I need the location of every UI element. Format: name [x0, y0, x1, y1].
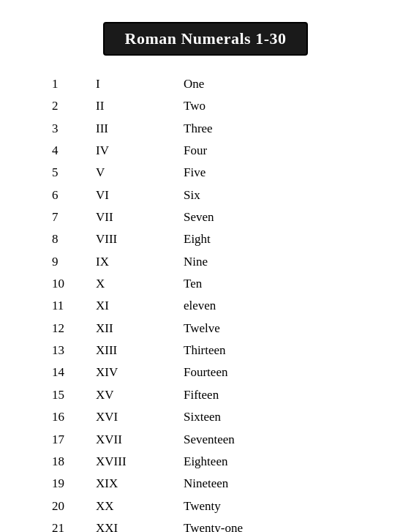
table-row: 10XTen [37, 273, 374, 295]
col-word: Twelve [184, 319, 374, 338]
col-number: 9 [37, 252, 96, 271]
col-word: Two [184, 97, 374, 116]
col-word: Seven [184, 208, 374, 227]
col-roman: XII [96, 319, 184, 338]
col-roman: XXI [96, 519, 184, 532]
col-number: 11 [37, 296, 96, 315]
table-row: 14XIVFourteen [37, 361, 374, 383]
col-number: 4 [37, 141, 96, 160]
col-number: 13 [37, 341, 96, 360]
col-number: 21 [37, 519, 96, 532]
col-roman: VII [96, 208, 184, 227]
col-roman: XVI [96, 408, 184, 427]
col-number: 19 [37, 474, 96, 493]
col-roman: XV [96, 386, 184, 405]
col-word: Five [184, 163, 374, 182]
col-roman: VIII [96, 230, 184, 249]
table-row: 1IOne [37, 73, 374, 95]
col-roman: X [96, 274, 184, 293]
col-word: One [184, 75, 374, 94]
table-row: 7VIISeven [37, 206, 374, 228]
col-roman: XIII [96, 341, 184, 360]
table-row: 3IIIThree [37, 118, 374, 140]
col-number: 3 [37, 119, 96, 138]
col-word: Three [184, 119, 374, 138]
col-number: 18 [37, 452, 96, 471]
col-word: Seventeen [184, 430, 374, 449]
col-roman: I [96, 75, 184, 94]
col-number: 10 [37, 274, 96, 293]
col-number: 7 [37, 208, 96, 227]
col-word: Eight [184, 230, 374, 249]
table-row: 12XIITwelve [37, 318, 374, 340]
col-number: 12 [37, 319, 96, 338]
col-word: Nine [184, 252, 374, 271]
col-word: Sixteen [184, 408, 374, 427]
col-word: Twenty [184, 497, 374, 516]
col-number: 8 [37, 230, 96, 249]
col-roman: II [96, 97, 184, 116]
col-number: 5 [37, 163, 96, 182]
table-row: 2IITwo [37, 95, 374, 117]
table-row: 18XVIIIEighteen [37, 451, 374, 473]
col-number: 2 [37, 97, 96, 116]
page-title: Roman Numerals 1-30 [103, 22, 309, 56]
col-roman: VI [96, 186, 184, 205]
table-row: 20XXTwenty [37, 495, 374, 517]
col-word: Ten [184, 274, 374, 293]
table-row: 17XVIISeventeen [37, 429, 374, 451]
table-row: 9IXNine [37, 251, 374, 273]
table-row: 13XIIIThirteen [37, 340, 374, 361]
col-roman: XVIII [96, 452, 184, 471]
numerals-table: 1IOne2IITwo3IIIThree4IVFour5VFive6VISix7… [37, 73, 374, 532]
col-roman: XVII [96, 430, 184, 449]
col-word: Twenty-one [184, 519, 374, 532]
table-row: 19XIXNineteen [37, 473, 374, 495]
table-row: 4IVFour [37, 140, 374, 162]
col-number: 17 [37, 430, 96, 449]
col-roman: IX [96, 252, 184, 271]
col-roman: XIX [96, 474, 184, 493]
col-roman: IV [96, 141, 184, 160]
table-row: 8VIIIEight [37, 228, 374, 250]
col-word: Fifteen [184, 386, 374, 405]
col-word: Thirteen [184, 341, 374, 360]
col-roman: III [96, 119, 184, 138]
col-word: Six [184, 186, 374, 205]
col-roman: V [96, 163, 184, 182]
table-row: 5VFive [37, 162, 374, 184]
table-row: 6VISix [37, 184, 374, 206]
col-number: 20 [37, 497, 96, 516]
col-word: Nineteen [184, 474, 374, 493]
col-word: Eighteen [184, 452, 374, 471]
col-number: 14 [37, 363, 96, 382]
col-word: eleven [184, 296, 374, 315]
col-number: 16 [37, 408, 96, 427]
col-word: Fourteen [184, 363, 374, 382]
table-row: 16XVISixteen [37, 406, 374, 428]
col-number: 1 [37, 75, 96, 94]
table-row: 21XXITwenty-one [37, 517, 374, 532]
col-number: 15 [37, 386, 96, 405]
col-number: 6 [37, 186, 96, 205]
table-row: 11XIeleven [37, 295, 374, 317]
col-roman: XX [96, 497, 184, 516]
col-roman: XIV [96, 363, 184, 382]
col-word: Four [184, 141, 374, 160]
col-roman: XI [96, 296, 184, 315]
table-row: 15XVFifteen [37, 384, 374, 406]
